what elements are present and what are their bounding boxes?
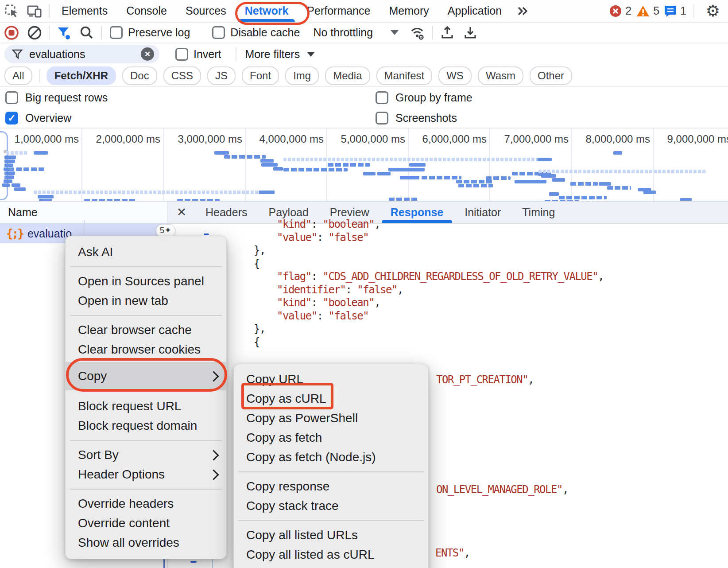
filter-chip-fetch-xhr[interactable]: Fetch/XHR [46, 66, 116, 85]
filter-chip-img[interactable]: Img [285, 66, 319, 85]
menu-item-label: Open in Sources panel [78, 274, 204, 288]
export-har-icon[interactable] [459, 22, 482, 43]
json-string: "false" [329, 310, 369, 322]
search-icon[interactable] [75, 22, 98, 43]
waterfall-bar [486, 176, 511, 180]
json-punctuation: : [311, 296, 323, 309]
option-screenshots[interactable]: Screenshots [376, 112, 457, 124]
menu-item-copy-all-listed-as-curl[interactable]: Copy all listed as cURL [234, 545, 428, 564]
invert-checkbox[interactable] [175, 48, 188, 61]
response-line-fragment: ENTS", [435, 547, 470, 559]
menu-item-copy-as-fetch[interactable]: Copy as fetch [234, 428, 428, 447]
filter-chip-media[interactable]: Media [325, 66, 370, 85]
record-network-log-icon[interactable] [0, 22, 23, 43]
menu-item-copy-all-listed-urls[interactable]: Copy all listed URLs [234, 525, 428, 545]
menu-item-copy-stack-trace[interactable]: Copy stack trace [234, 496, 428, 516]
filter-chip-wasm[interactable]: Wasm [478, 66, 523, 85]
network-overview-timeline[interactable]: 1,000,000 ms2,000,000 ms3,000,000 ms4,00… [0, 128, 728, 202]
json-string: TOR_PT_CREATION" [436, 373, 528, 386]
menu-item-copy-as-powershell[interactable]: Copy as PowerShell [234, 408, 428, 428]
fold-marker-icon[interactable] [204, 233, 209, 235]
filter-chip-other[interactable]: Other [530, 66, 572, 85]
copy-submenu: Copy URLCopy as cURLCopy as PowerShellCo… [233, 364, 429, 568]
throttling-caret-icon[interactable] [391, 30, 399, 35]
filter-chip-doc[interactable]: Doc [122, 66, 157, 85]
tab-network[interactable]: Network [236, 0, 298, 22]
filter-icon[interactable] [52, 22, 75, 43]
checkbox-big-request-rows[interactable] [5, 91, 18, 104]
json-punctuation: { [254, 336, 259, 348]
tab-application[interactable]: Application [438, 0, 511, 22]
menu-item-show-all-overrides[interactable]: Show all overrides [66, 533, 226, 552]
throttling-select[interactable]: No throttling [313, 26, 373, 39]
tab-memory[interactable]: Memory [379, 0, 438, 22]
console-warnings-badge[interactable]: 5 [636, 4, 659, 18]
response-line: "value": "false" [167, 231, 728, 245]
network-conditions-icon[interactable] [407, 22, 430, 43]
more-tabs-icon[interactable] [511, 0, 534, 22]
menu-item-block-request-domain[interactable]: Block request domain [66, 416, 226, 436]
option-group-by-frame[interactable]: Group by frame [376, 91, 472, 104]
checkbox-overview[interactable]: ✓ [5, 112, 18, 124]
menu-item-copy-as-fetch-node-js[interactable]: Copy as fetch (Node.js) [234, 447, 428, 467]
filter-chip-css[interactable]: CSS [163, 66, 201, 85]
option-big-request-rows[interactable]: Big request rows [5, 91, 108, 104]
menu-item-block-request-url[interactable]: Block request URL [66, 397, 226, 416]
filter-chip-font[interactable]: Font [242, 66, 279, 85]
menu-item-copy[interactable]: Copy [66, 362, 226, 390]
settings-gear-icon[interactable]: ⚙ [701, 2, 724, 20]
fold-marker-icon[interactable] [190, 561, 197, 563]
menu-item-copy-all-listed-as-powershell[interactable]: Copy all listed as PowerShell [234, 564, 428, 568]
timeline-axis-label: 5,000,000 ms [319, 133, 405, 145]
menu-item-copy-as-curl[interactable]: Copy as cURL [234, 389, 428, 408]
waterfall-bar [538, 158, 552, 161]
chip-divider [39, 69, 40, 82]
clear-filter-icon[interactable]: ✕ [141, 47, 154, 61]
menu-item-open-in-new-tab[interactable]: Open in new tab [66, 291, 226, 311]
checkbox-screenshots[interactable] [376, 112, 388, 124]
menu-item-header-options[interactable]: Header Options [66, 465, 226, 484]
console-messages-badge[interactable]: 1 [664, 4, 686, 18]
tab-console[interactable]: Console [117, 0, 176, 22]
menu-item-ask-ai[interactable]: Ask AI [66, 242, 226, 262]
menu-item-override-headers[interactable]: Override headers [66, 494, 226, 514]
menu-item-clear-browser-cookies[interactable]: Clear browser cookies [66, 340, 226, 359]
filter-chip-all[interactable]: All [4, 66, 32, 85]
menu-item-override-content[interactable]: Override content [66, 514, 226, 533]
menu-item-clear-browser-cache[interactable]: Clear browser cache [66, 320, 226, 340]
waterfall-bar [4, 163, 13, 167]
tab-performance[interactable]: Performance [298, 0, 379, 22]
inspect-element-icon[interactable] [0, 0, 23, 22]
filter-chip-js[interactable]: JS [207, 66, 236, 85]
option-overview[interactable]: ✓Overview [5, 112, 71, 124]
waterfall-bar [4, 175, 14, 179]
waterfall-bar [541, 174, 556, 178]
device-toolbar-icon[interactable] [23, 0, 46, 22]
preserve-log-checkbox[interactable] [110, 26, 123, 39]
json-punctuation: }, [254, 323, 265, 335]
timeline-axis-label: 6,000,000 ms [401, 133, 487, 145]
json-punctuation: , [397, 284, 403, 296]
more-filters-caret-icon[interactable] [307, 52, 315, 57]
filter-input[interactable] [28, 47, 141, 61]
more-filters-button[interactable]: More filters [245, 48, 300, 61]
console-errors-badge[interactable]: 2 [609, 4, 631, 18]
close-detail-icon[interactable]: ✕ [168, 205, 195, 219]
checkbox-group-by-frame[interactable] [376, 91, 388, 104]
menu-item-open-in-sources-panel[interactable]: Open in Sources panel [66, 272, 226, 291]
import-har-icon[interactable] [436, 22, 459, 43]
toolbar-divider [101, 26, 102, 39]
menu-item-sort-by[interactable]: Sort By [66, 445, 226, 465]
filter-chip-manifest[interactable]: Manifest [376, 66, 433, 85]
menu-item-copy-response[interactable]: Copy response [234, 477, 428, 496]
json-punctuation: : [311, 270, 323, 283]
tab-sources[interactable]: Sources [176, 0, 236, 22]
clear-network-log-icon[interactable] [23, 22, 46, 43]
tab-elements[interactable]: Elements [52, 0, 117, 22]
menu-item-copy-url[interactable]: Copy URL [234, 370, 428, 389]
filter-chip-ws[interactable]: WS [438, 66, 472, 85]
response-line-fragment: ON_LEVEL_MANAGED_ROLE", [436, 483, 568, 496]
disable-cache-checkbox[interactable] [212, 26, 225, 39]
menu-item-label: Copy all listed as cURL [246, 548, 374, 562]
option-label: Overview [25, 112, 71, 124]
